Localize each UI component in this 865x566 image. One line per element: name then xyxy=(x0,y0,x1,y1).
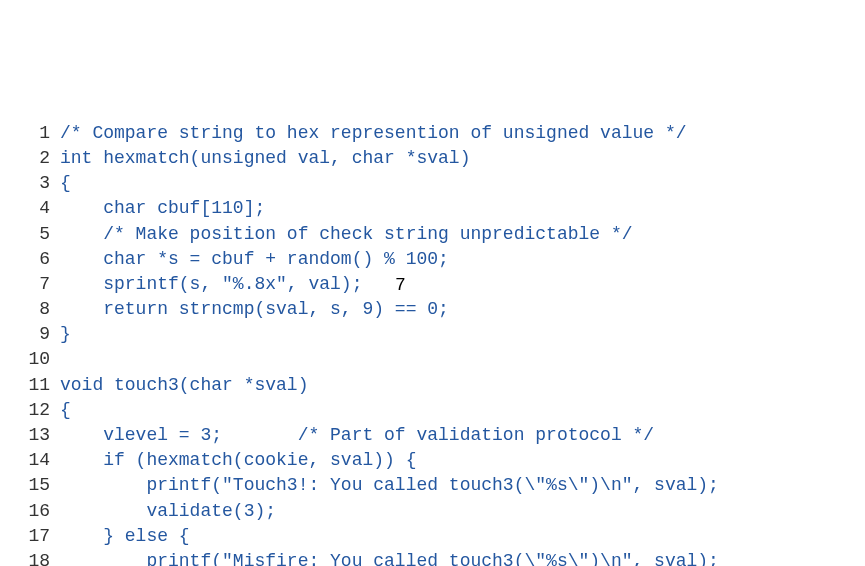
line-content: /* Make position of check string unpredi… xyxy=(60,222,719,247)
line-content: if (hexmatch(cookie, sval)) { xyxy=(60,448,719,473)
code-line: 10 xyxy=(20,347,719,372)
code-line: 17 } else { xyxy=(20,524,719,549)
line-content: sprintf(s, "%.8x", val); xyxy=(60,272,719,297)
code-line: 6 char *s = cbuf + random() % 100; xyxy=(20,247,719,272)
code-line: 4 char cbuf[110]; xyxy=(20,196,719,221)
code-line: 11void touch3(char *sval) xyxy=(20,373,719,398)
line-number: 11 xyxy=(20,373,60,398)
line-number: 8 xyxy=(20,297,60,322)
code-line: 8 return strncmp(sval, s, 9) == 0; xyxy=(20,297,719,322)
line-content: { xyxy=(60,398,719,423)
line-number: 5 xyxy=(20,222,60,247)
line-content: { xyxy=(60,171,719,196)
code-line: 3{ xyxy=(20,171,719,196)
line-number: 4 xyxy=(20,196,60,221)
line-number: 2 xyxy=(20,146,60,171)
line-number: 13 xyxy=(20,423,60,448)
line-number: 6 xyxy=(20,247,60,272)
code-line: 14 if (hexmatch(cookie, sval)) { xyxy=(20,448,719,473)
line-number: 12 xyxy=(20,398,60,423)
line-content: vlevel = 3; /* Part of validation protoc… xyxy=(60,423,719,448)
line-number: 17 xyxy=(20,524,60,549)
code-line: 1/* Compare string to hex represention o… xyxy=(20,121,719,146)
line-number: 15 xyxy=(20,473,60,498)
line-number: 1 xyxy=(20,121,60,146)
code-line: 15 printf("Touch3!: You called touch3(\"… xyxy=(20,473,719,498)
line-content: printf("Misfire: You called touch3(\"%s\… xyxy=(60,549,719,566)
line-content: void touch3(char *sval) xyxy=(60,373,719,398)
code-line: 9} xyxy=(20,322,719,347)
line-content: validate(3); xyxy=(60,499,719,524)
line-content: /* Compare string to hex represention of… xyxy=(60,121,719,146)
line-content: } xyxy=(60,322,719,347)
code-line: 13 vlevel = 3; /* Part of validation pro… xyxy=(20,423,719,448)
line-number: 10 xyxy=(20,347,60,372)
code-line: 16 validate(3); xyxy=(20,499,719,524)
line-number: 18 xyxy=(20,549,60,566)
line-number: 14 xyxy=(20,448,60,473)
line-number: 3 xyxy=(20,171,60,196)
line-number: 9 xyxy=(20,322,60,347)
line-content: printf("Touch3!: You called touch3(\"%s\… xyxy=(60,473,719,498)
code-line: 2int hexmatch(unsigned val, char *sval) xyxy=(20,146,719,171)
page-number-overlay: 7 xyxy=(395,273,406,298)
code-block: 1/* Compare string to hex represention o… xyxy=(20,121,719,566)
line-content: int hexmatch(unsigned val, char *sval) xyxy=(60,146,719,171)
code-line: 7 sprintf(s, "%.8x", val); xyxy=(20,272,719,297)
code-line: 5 /* Make position of check string unpre… xyxy=(20,222,719,247)
line-number: 7 xyxy=(20,272,60,297)
code-line: 12{ xyxy=(20,398,719,423)
line-content: char cbuf[110]; xyxy=(60,196,719,221)
line-content xyxy=(60,347,719,372)
code-line: 18 printf("Misfire: You called touch3(\"… xyxy=(20,549,719,566)
line-number: 16 xyxy=(20,499,60,524)
line-content: char *s = cbuf + random() % 100; xyxy=(60,247,719,272)
line-content: } else { xyxy=(60,524,719,549)
line-content: return strncmp(sval, s, 9) == 0; xyxy=(60,297,719,322)
